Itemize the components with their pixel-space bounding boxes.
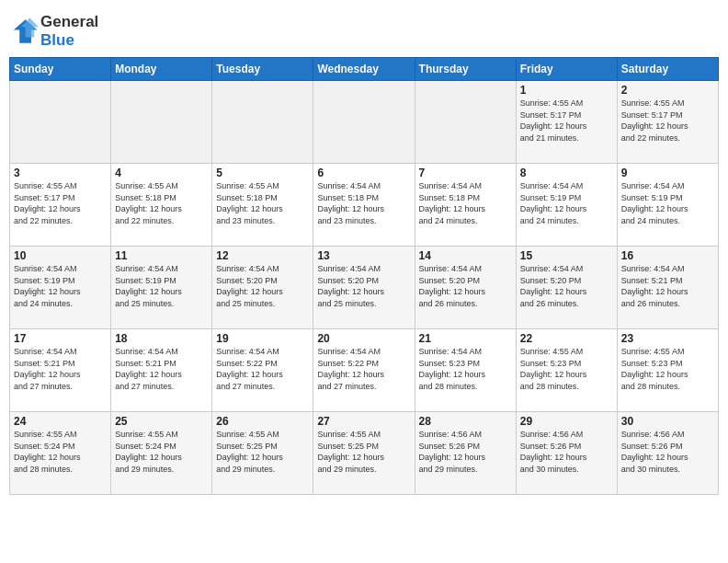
day-number: 29 — [520, 415, 613, 428]
day-number: 12 — [216, 249, 309, 262]
calendar-cell: 11Sunrise: 4:54 AM Sunset: 5:19 PM Dayli… — [111, 247, 212, 329]
day-number: 9 — [621, 167, 714, 179]
calendar-cell: 19Sunrise: 4:54 AM Sunset: 5:22 PM Dayli… — [212, 329, 313, 412]
day-info: Sunrise: 4:55 AM Sunset: 5:24 PM Dayligh… — [115, 429, 208, 475]
calendar-cell: 4Sunrise: 4:55 AM Sunset: 5:18 PM Daylig… — [111, 164, 212, 247]
weekday-wednesday: Wednesday — [313, 58, 415, 81]
calendar-week-3: 10Sunrise: 4:54 AM Sunset: 5:19 PM Dayli… — [10, 247, 719, 329]
day-number: 20 — [317, 332, 410, 345]
calendar-week-2: 3Sunrise: 4:55 AM Sunset: 5:17 PM Daylig… — [10, 164, 719, 247]
day-number: 11 — [115, 249, 208, 262]
page-header: General Blue — [9, 9, 719, 50]
calendar-cell: 5Sunrise: 4:55 AM Sunset: 5:18 PM Daylig… — [212, 164, 313, 247]
calendar-cell: 13Sunrise: 4:54 AM Sunset: 5:20 PM Dayli… — [313, 247, 415, 329]
calendar-cell: 12Sunrise: 4:54 AM Sunset: 5:20 PM Dayli… — [212, 247, 313, 329]
day-info: Sunrise: 4:56 AM Sunset: 5:26 PM Dayligh… — [520, 429, 613, 475]
calendar-cell: 21Sunrise: 4:54 AM Sunset: 5:23 PM Dayli… — [415, 329, 516, 412]
day-info: Sunrise: 4:55 AM Sunset: 5:25 PM Dayligh… — [216, 429, 309, 475]
calendar-cell: 8Sunrise: 4:54 AM Sunset: 5:19 PM Daylig… — [516, 164, 617, 247]
day-info: Sunrise: 4:55 AM Sunset: 5:25 PM Dayligh… — [317, 429, 410, 475]
calendar-cell: 3Sunrise: 4:55 AM Sunset: 5:17 PM Daylig… — [10, 164, 111, 247]
calendar-cell: 17Sunrise: 4:54 AM Sunset: 5:21 PM Dayli… — [10, 329, 111, 412]
day-number: 6 — [317, 167, 410, 179]
day-info: Sunrise: 4:54 AM Sunset: 5:21 PM Dayligh… — [115, 346, 208, 392]
day-info: Sunrise: 4:54 AM Sunset: 5:20 PM Dayligh… — [216, 263, 309, 309]
calendar-week-5: 24Sunrise: 4:55 AM Sunset: 5:24 PM Dayli… — [10, 412, 719, 495]
calendar-week-4: 17Sunrise: 4:54 AM Sunset: 5:21 PM Dayli… — [10, 329, 719, 412]
day-number: 4 — [115, 167, 208, 179]
calendar-cell: 10Sunrise: 4:54 AM Sunset: 5:19 PM Dayli… — [10, 247, 111, 329]
day-number: 5 — [216, 167, 309, 179]
day-number: 21 — [419, 332, 512, 345]
calendar-cell: 7Sunrise: 4:54 AM Sunset: 5:18 PM Daylig… — [415, 164, 516, 247]
calendar-cell: 29Sunrise: 4:56 AM Sunset: 5:26 PM Dayli… — [516, 412, 617, 495]
day-number: 18 — [115, 332, 208, 345]
day-number: 17 — [14, 332, 107, 345]
day-info: Sunrise: 4:54 AM Sunset: 5:20 PM Dayligh… — [419, 263, 512, 309]
day-number: 1 — [520, 84, 613, 97]
day-info: Sunrise: 4:54 AM Sunset: 5:18 PM Dayligh… — [419, 180, 512, 226]
weekday-monday: Monday — [111, 58, 212, 81]
day-number: 16 — [621, 249, 714, 262]
day-number: 7 — [419, 167, 512, 179]
day-number: 24 — [14, 415, 107, 428]
weekday-thursday: Thursday — [415, 58, 516, 81]
calendar-cell: 27Sunrise: 4:55 AM Sunset: 5:25 PM Dayli… — [313, 412, 415, 495]
day-info: Sunrise: 4:54 AM Sunset: 5:21 PM Dayligh… — [621, 263, 714, 309]
calendar-cell: 1Sunrise: 4:55 AM Sunset: 5:17 PM Daylig… — [516, 81, 617, 164]
day-info: Sunrise: 4:56 AM Sunset: 5:26 PM Dayligh… — [621, 429, 714, 475]
calendar-cell: 18Sunrise: 4:54 AM Sunset: 5:21 PM Dayli… — [111, 329, 212, 412]
day-info: Sunrise: 4:54 AM Sunset: 5:20 PM Dayligh… — [317, 263, 410, 309]
weekday-header-row: SundayMondayTuesdayWednesdayThursdayFrid… — [10, 58, 719, 81]
day-info: Sunrise: 4:54 AM Sunset: 5:21 PM Dayligh… — [14, 346, 107, 392]
weekday-sunday: Sunday — [10, 58, 111, 81]
day-number: 13 — [317, 249, 410, 262]
calendar-cell: 9Sunrise: 4:54 AM Sunset: 5:19 PM Daylig… — [617, 164, 718, 247]
day-number: 25 — [115, 415, 208, 428]
day-number: 14 — [419, 249, 512, 262]
day-number: 27 — [317, 415, 410, 428]
calendar-cell — [415, 81, 516, 164]
day-info: Sunrise: 4:55 AM Sunset: 5:23 PM Dayligh… — [621, 346, 714, 392]
calendar-cell: 30Sunrise: 4:56 AM Sunset: 5:26 PM Dayli… — [617, 412, 718, 495]
day-number: 8 — [520, 167, 613, 179]
day-number: 22 — [520, 332, 613, 345]
weekday-friday: Friday — [516, 58, 617, 81]
calendar-cell: 15Sunrise: 4:54 AM Sunset: 5:20 PM Dayli… — [516, 247, 617, 329]
logo: General Blue — [9, 13, 98, 50]
calendar-week-1: 1Sunrise: 4:55 AM Sunset: 5:17 PM Daylig… — [10, 81, 719, 164]
day-info: Sunrise: 4:55 AM Sunset: 5:18 PM Dayligh… — [115, 180, 208, 226]
calendar-cell: 6Sunrise: 4:54 AM Sunset: 5:18 PM Daylig… — [313, 164, 415, 247]
weekday-tuesday: Tuesday — [212, 58, 313, 81]
day-number: 2 — [621, 84, 714, 97]
day-info: Sunrise: 4:55 AM Sunset: 5:17 PM Dayligh… — [520, 98, 613, 144]
calendar-cell: 28Sunrise: 4:56 AM Sunset: 5:26 PM Dayli… — [415, 412, 516, 495]
calendar-cell: 25Sunrise: 4:55 AM Sunset: 5:24 PM Dayli… — [111, 412, 212, 495]
calendar-cell: 16Sunrise: 4:54 AM Sunset: 5:21 PM Dayli… — [617, 247, 718, 329]
calendar-cell: 26Sunrise: 4:55 AM Sunset: 5:25 PM Dayli… — [212, 412, 313, 495]
calendar-cell: 22Sunrise: 4:55 AM Sunset: 5:23 PM Dayli… — [516, 329, 617, 412]
day-info: Sunrise: 4:54 AM Sunset: 5:20 PM Dayligh… — [520, 263, 613, 309]
day-info: Sunrise: 4:54 AM Sunset: 5:19 PM Dayligh… — [520, 180, 613, 226]
day-info: Sunrise: 4:54 AM Sunset: 5:18 PM Dayligh… — [317, 180, 410, 226]
day-info: Sunrise: 4:54 AM Sunset: 5:22 PM Dayligh… — [317, 346, 410, 392]
day-info: Sunrise: 4:54 AM Sunset: 5:19 PM Dayligh… — [621, 180, 714, 226]
day-number: 23 — [621, 332, 714, 345]
day-info: Sunrise: 4:54 AM Sunset: 5:22 PM Dayligh… — [216, 346, 309, 392]
day-info: Sunrise: 4:55 AM Sunset: 5:18 PM Dayligh… — [216, 180, 309, 226]
calendar-cell — [313, 81, 415, 164]
logo-icon — [9, 17, 39, 46]
calendar-cell: 14Sunrise: 4:54 AM Sunset: 5:20 PM Dayli… — [415, 247, 516, 329]
day-number: 19 — [216, 332, 309, 345]
day-number: 30 — [621, 415, 714, 428]
day-info: Sunrise: 4:54 AM Sunset: 5:19 PM Dayligh… — [14, 263, 107, 309]
calendar-cell: 2Sunrise: 4:55 AM Sunset: 5:17 PM Daylig… — [617, 81, 718, 164]
day-number: 3 — [14, 167, 107, 179]
calendar-cell: 23Sunrise: 4:55 AM Sunset: 5:23 PM Dayli… — [617, 329, 718, 412]
calendar-cell: 20Sunrise: 4:54 AM Sunset: 5:22 PM Dayli… — [313, 329, 415, 412]
calendar-cell — [111, 81, 212, 164]
day-number: 10 — [14, 249, 107, 262]
day-info: Sunrise: 4:56 AM Sunset: 5:26 PM Dayligh… — [419, 429, 512, 475]
day-info: Sunrise: 4:55 AM Sunset: 5:24 PM Dayligh… — [14, 429, 107, 475]
day-number: 28 — [419, 415, 512, 428]
